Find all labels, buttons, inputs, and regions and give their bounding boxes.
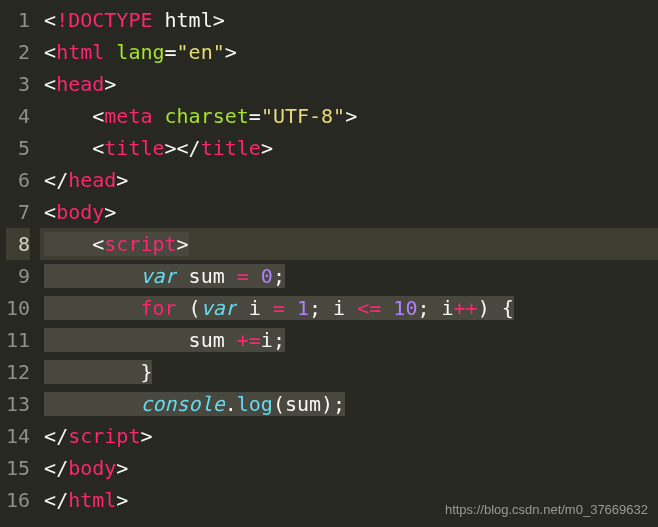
code-line[interactable]: var sum = 0; [40,260,658,292]
code-token: . [225,392,237,416]
code-token: < [92,104,104,128]
code-token: > [261,136,273,160]
line-number: 12 [6,356,30,388]
code-token: > [177,232,189,256]
code-token: > [116,456,128,480]
code-token: = [273,296,285,320]
watermark-text: https://blog.csdn.net/m0_37669632 [445,500,648,521]
code-token [285,296,297,320]
code-token: > [140,424,152,448]
line-number: 9 [6,260,30,292]
code-token: script [68,424,140,448]
code-token: html [68,488,116,512]
code-token: body [56,200,104,224]
code-line[interactable]: </script> [40,420,658,452]
line-number: 10 [6,292,30,324]
line-number: 15 [6,452,30,484]
code-line[interactable]: <!DOCTYPE html> [40,4,658,36]
line-number-gutter: 12345678910111213141516 [0,0,40,527]
code-line[interactable]: <head> [40,68,658,100]
code-token: console [140,392,224,416]
code-token: = [249,104,261,128]
code-token: < [92,232,104,256]
code-token: head [56,72,104,96]
line-number: 2 [6,36,30,68]
code-line[interactable]: console.log(sum); [40,388,658,420]
code-token [44,328,189,352]
code-line[interactable]: <meta charset="UTF-8"> [40,100,658,132]
code-token: log [237,392,273,416]
code-token [44,264,140,288]
code-token: sum [177,264,237,288]
code-token: </ [177,136,201,160]
code-token: ; i [309,296,357,320]
code-token: title [104,136,164,160]
code-token: i [237,296,273,320]
code-token: head [68,168,116,192]
code-token: > [116,488,128,512]
code-token [44,296,140,320]
code-token: < [92,136,104,160]
code-line[interactable]: <body> [40,196,658,228]
code-token: script [104,232,176,256]
line-number: 11 [6,324,30,356]
code-token: ! [56,8,68,32]
code-token [44,360,140,384]
code-line[interactable]: <title></title> [40,132,658,164]
code-line[interactable]: } [40,356,658,388]
code-token: 0 [261,264,273,288]
code-token: < [44,8,56,32]
code-token: = [237,264,249,288]
code-token [44,232,92,256]
code-token: <= [357,296,381,320]
code-token: (sum); [273,392,345,416]
code-token: ( [177,296,201,320]
line-number: 1 [6,4,30,36]
code-token: > [213,8,225,32]
code-token: html [56,40,116,64]
code-token: ; i [417,296,453,320]
code-line[interactable]: sum +=i; [40,324,658,356]
code-token: > [116,168,128,192]
line-number: 3 [6,68,30,100]
code-token [249,264,261,288]
code-token [381,296,393,320]
code-line[interactable]: for (var i = 1; i <= 10; i++) { [40,292,658,324]
code-token [44,104,92,128]
code-token: meta [104,104,164,128]
code-token: ++ [454,296,478,320]
code-token: DOCTYPE [68,8,164,32]
line-number: 14 [6,420,30,452]
code-token [44,392,140,416]
line-number: 4 [6,100,30,132]
code-token: title [201,136,261,160]
code-token: charset [165,104,249,128]
code-token: </ [44,424,68,448]
code-token: html [165,8,213,32]
code-token: } [140,360,152,384]
code-token: sum [189,328,237,352]
line-number: 16 [6,484,30,516]
code-token: 1 [297,296,309,320]
line-number: 7 [6,196,30,228]
code-token: </ [44,488,68,512]
code-token: > [104,200,116,224]
code-area[interactable]: <!DOCTYPE html><html lang="en"><head> <m… [40,0,658,527]
code-token: < [44,40,56,64]
code-token: </ [44,168,68,192]
code-token: var [140,264,176,288]
line-number: 6 [6,164,30,196]
code-editor[interactable]: 12345678910111213141516 <!DOCTYPE html><… [0,0,658,527]
line-number: 13 [6,388,30,420]
code-line[interactable]: <html lang="en"> [40,36,658,68]
code-token: < [44,72,56,96]
code-token: = [165,40,177,64]
code-line[interactable]: </head> [40,164,658,196]
code-line[interactable]: </body> [40,452,658,484]
code-token: ) { [478,296,514,320]
code-token: += [237,328,261,352]
code-token: 10 [393,296,417,320]
code-token: ; [273,264,285,288]
code-line[interactable]: <script> [40,228,658,260]
code-token: > [104,72,116,96]
